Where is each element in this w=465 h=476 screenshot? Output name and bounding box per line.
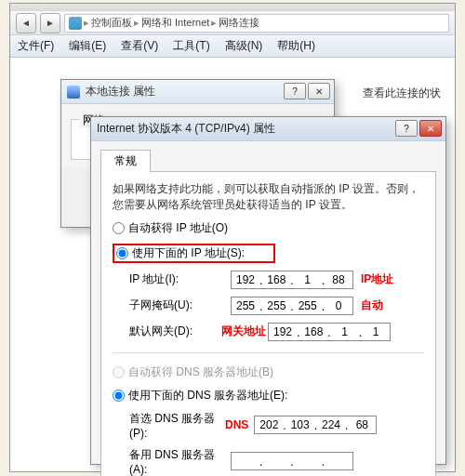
- radio-label: 自动获得 DNS 服务器地址(B): [128, 364, 273, 380]
- help-button[interactable]: ?: [395, 120, 418, 137]
- forward-button[interactable]: ►: [40, 13, 60, 33]
- menu-tools[interactable]: 工具(T): [173, 38, 209, 54]
- radio-input[interactable]: [113, 222, 125, 234]
- ip-octet[interactable]: [255, 416, 283, 433]
- ip-address-input[interactable]: . . .: [231, 271, 353, 289]
- radio-label: 自动获得 IP 地址(O): [128, 220, 228, 236]
- breadcrumb-item[interactable]: 网络连接: [219, 16, 259, 30]
- radio-auto-dns: 自动获得 DNS 服务器地址(B): [113, 364, 424, 380]
- menu-help[interactable]: 帮助(H): [277, 38, 315, 54]
- breadcrumb[interactable]: ▸ 控制面板 ▸ 网络和 Internet ▸ 网络连接: [64, 14, 449, 33]
- preferred-dns-input[interactable]: . . .: [254, 416, 377, 434]
- radio-auto-ip[interactable]: 自动获得 IP 地址(O): [113, 220, 424, 236]
- field-label: 子网掩码(U):: [129, 298, 227, 313]
- annotation-auto: 自动: [361, 298, 383, 313]
- chevron-right-icon: ▸: [84, 17, 89, 29]
- dialog-title: Internet 协议版本 4 (TCP/IPv4) 属性: [97, 121, 275, 137]
- subnet-mask-input[interactable]: . . .: [231, 297, 353, 315]
- ip-octet[interactable]: [325, 271, 352, 288]
- dns2-row: 备用 DNS 服务器(A): . . .: [129, 447, 424, 476]
- radio-label: 使用下面的 IP 地址(S):: [132, 245, 245, 261]
- radio-use-dns[interactable]: 使用下面的 DNS 服务器地址(E):: [113, 388, 424, 403]
- ip-octet[interactable]: [317, 416, 345, 433]
- gateway-input[interactable]: . . .: [268, 323, 391, 341]
- alternate-dns-input[interactable]: . . .: [231, 452, 353, 470]
- status-hint: 查看此连接的状: [363, 86, 441, 101]
- field-label: 默认网关(D):: [129, 324, 227, 339]
- dialog-titlebar[interactable]: Internet 协议版本 4 (TCP/IPv4) 属性 ? ✕: [91, 117, 445, 141]
- back-button[interactable]: ◄: [16, 13, 36, 33]
- radio-label: 使用下面的 DNS 服务器地址(E):: [128, 388, 287, 403]
- annotation-gateway: 网关地址: [221, 324, 266, 339]
- separator: [113, 352, 424, 353]
- radio-input[interactable]: [113, 390, 125, 402]
- radio-input[interactable]: [116, 247, 128, 259]
- ip-octet[interactable]: [262, 298, 290, 314]
- ipv4-properties-dialog: Internet 协议版本 4 (TCP/IPv4) 属性 ? ✕ 常规 如果网…: [90, 116, 446, 465]
- close-button[interactable]: ✕: [419, 120, 442, 137]
- gateway-row: 默认网关(D): 网关地址 . . .: [129, 323, 424, 341]
- menu-file[interactable]: 文件(F): [18, 38, 54, 54]
- breadcrumb-item[interactable]: 控制面板: [91, 16, 132, 30]
- field-label: 备用 DNS 服务器(A):: [129, 447, 227, 476]
- ip-octet[interactable]: [294, 298, 322, 314]
- radio-input: [113, 366, 125, 378]
- ip-octet[interactable]: [299, 324, 327, 340]
- tab-strip: 常规: [100, 149, 436, 172]
- ip-octet[interactable]: [269, 324, 297, 340]
- menu-advanced[interactable]: 高级(N): [225, 38, 263, 54]
- ip-octet[interactable]: [325, 298, 352, 314]
- breadcrumb-item[interactable]: 网络和 Internet: [141, 16, 209, 30]
- dialog-body: 常规 如果网络支持此功能，则可以获取自动指派的 IP 设置。否则，您需要从网络系…: [91, 141, 445, 464]
- annotation-ip: IP地址: [361, 271, 393, 287]
- ip-octet[interactable]: [325, 453, 352, 469]
- description-text: 如果网络支持此功能，则可以获取自动指派的 IP 设置。否则，您需要从网络系统管理…: [113, 181, 424, 213]
- field-label: 首选 DNS 服务器(P):: [129, 411, 227, 440]
- ip-octet[interactable]: [286, 416, 314, 433]
- tab-content: 如果网络支持此功能，则可以获取自动指派的 IP 设置。否则，您需要从网络系统管理…: [100, 172, 436, 476]
- window-titlebar: [10, 4, 455, 11]
- ip-octet[interactable]: [232, 271, 259, 288]
- dialog-titlebar[interactable]: 本地连接 属性 ? ✕: [61, 80, 334, 104]
- ip-address-row: IP 地址(I): . . . IP地址: [129, 271, 424, 289]
- ip-octet[interactable]: [294, 271, 322, 288]
- menu-edit[interactable]: 编辑(E): [69, 38, 106, 54]
- menu-bar: 文件(F) 编辑(E) 查看(V) 工具(T) 高级(N) 帮助(H): [10, 35, 455, 58]
- network-icon: [67, 86, 80, 99]
- ip-octet[interactable]: [294, 453, 322, 469]
- ip-octet[interactable]: [348, 416, 376, 433]
- dialog-title: 本地连接 属性: [86, 84, 155, 99]
- chevron-right-icon: ▸: [211, 17, 217, 29]
- ip-octet[interactable]: [232, 453, 259, 469]
- ip-octet[interactable]: [331, 324, 359, 340]
- close-button[interactable]: ✕: [308, 83, 330, 99]
- tab-general[interactable]: 常规: [100, 150, 151, 172]
- menu-view[interactable]: 查看(V): [121, 38, 158, 54]
- annotation-dns: DNS: [225, 418, 248, 431]
- ip-octet[interactable]: [262, 271, 290, 288]
- help-button[interactable]: ?: [284, 83, 306, 99]
- radio-use-ip[interactable]: 使用下面的 IP 地址(S):: [113, 244, 275, 263]
- computer-icon: [69, 17, 82, 30]
- dns1-row: 首选 DNS 服务器(P): DNS . . .: [129, 411, 424, 440]
- chevron-right-icon: ▸: [134, 17, 140, 29]
- nav-toolbar: ◄ ► ▸ 控制面板 ▸ 网络和 Internet ▸ 网络连接: [10, 11, 455, 35]
- subnet-mask-row: 子网掩码(U): . . . 自动: [129, 297, 424, 315]
- field-label: IP 地址(I):: [129, 271, 227, 287]
- ip-octet[interactable]: [232, 298, 259, 314]
- ip-octet[interactable]: [362, 324, 390, 340]
- ip-octet[interactable]: [262, 453, 290, 469]
